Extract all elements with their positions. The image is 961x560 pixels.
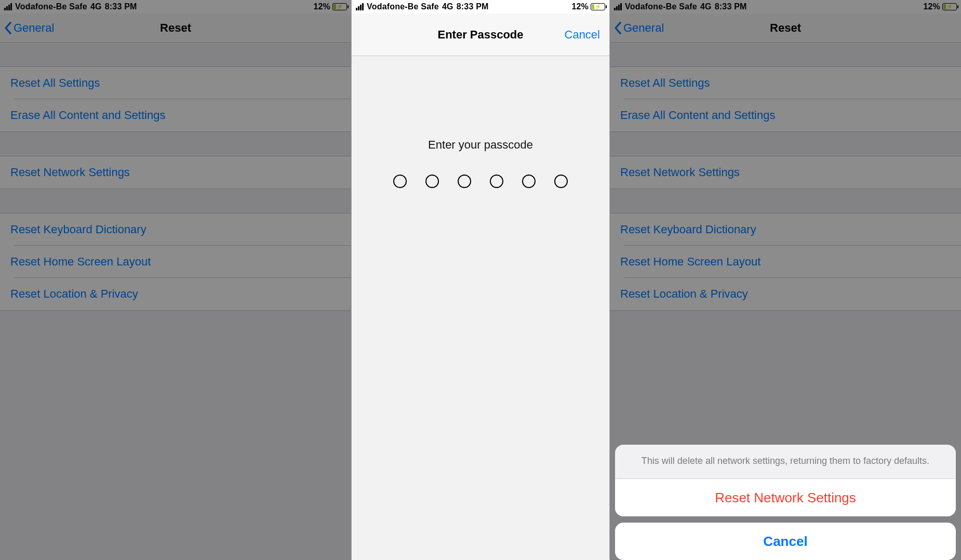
row-reset-all[interactable]: Reset All Settings bbox=[610, 67, 961, 99]
chevron-left-icon bbox=[613, 21, 622, 35]
row-erase-all[interactable]: Erase All Content and Settings bbox=[0, 99, 351, 131]
row-label: Reset Location & Privacy bbox=[10, 287, 138, 301]
row-label: Reset Keyboard Dictionary bbox=[10, 223, 146, 236]
passcode-dot bbox=[425, 175, 439, 188]
passcode-dot bbox=[522, 175, 536, 188]
passcode-dot bbox=[393, 175, 407, 188]
battery-icon: ⚡ bbox=[591, 3, 605, 10]
chevron-left-icon bbox=[3, 21, 12, 35]
status-bar: Vodafone-Be Safe 4G 8:33 PM 12% ⚡ bbox=[610, 0, 961, 14]
passcode-content: Enter your passcode bbox=[352, 56, 609, 560]
status-bar: Vodafone-Be Safe 4G 8:33 PM 12% ⚡ bbox=[352, 0, 609, 14]
row-reset-network[interactable]: Reset Network Settings bbox=[610, 156, 961, 189]
nav-header: General Reset bbox=[0, 14, 351, 43]
row-erase-all[interactable]: Erase All Content and Settings bbox=[610, 99, 961, 131]
panel-action-sheet: Vodafone-Be Safe 4G 8:33 PM 12% ⚡ Genera… bbox=[610, 0, 961, 560]
row-reset-all[interactable]: Reset All Settings bbox=[0, 67, 351, 99]
action-sheet: This will delete all network settings, r… bbox=[615, 445, 956, 560]
carrier-label: Vodafone-Be Safe bbox=[625, 2, 697, 11]
row-label: Reset All Settings bbox=[10, 76, 100, 90]
carrier-label: Vodafone-Be Safe bbox=[15, 2, 87, 11]
row-label: Reset Network Settings bbox=[620, 166, 740, 179]
signal-icon bbox=[4, 3, 12, 10]
row-reset-location[interactable]: Reset Location & Privacy bbox=[610, 278, 961, 310]
sheet-group: This will delete all network settings, r… bbox=[615, 445, 956, 516]
network-label: 4G bbox=[700, 2, 712, 11]
signal-icon bbox=[356, 3, 364, 10]
row-label: Reset Network Settings bbox=[10, 166, 130, 179]
network-label: 4G bbox=[90, 2, 102, 11]
row-label: Erase All Content and Settings bbox=[620, 109, 775, 122]
passcode-prompt: Enter your passcode bbox=[352, 138, 609, 152]
row-label: Reset Home Screen Layout bbox=[10, 255, 151, 269]
passcode-dots[interactable] bbox=[393, 175, 568, 188]
time-label: 8:33 PM bbox=[715, 2, 747, 11]
row-label: Reset All Settings bbox=[620, 76, 710, 90]
signal-icon bbox=[614, 3, 622, 10]
row-label: Erase All Content and Settings bbox=[10, 109, 165, 122]
nav-header: Enter Passcode Cancel bbox=[352, 14, 609, 56]
row-reset-network[interactable]: Reset Network Settings bbox=[0, 156, 351, 189]
sheet-confirm-button[interactable]: Reset Network Settings bbox=[615, 479, 956, 516]
sheet-message: This will delete all network settings, r… bbox=[615, 445, 956, 479]
reset-list: Reset All Settings Erase All Content and… bbox=[0, 43, 351, 560]
row-reset-home[interactable]: Reset Home Screen Layout bbox=[610, 246, 961, 278]
passcode-dot bbox=[554, 175, 568, 188]
battery-icon: ⚡ bbox=[332, 3, 347, 10]
back-button[interactable]: General bbox=[3, 14, 54, 42]
row-label: Reset Location & Privacy bbox=[620, 287, 748, 301]
panel-reset-list: Vodafone-Be Safe 4G 8:33 PM 12% ⚡ Genera… bbox=[0, 0, 351, 560]
status-bar: Vodafone-Be Safe 4G 8:33 PM 12% ⚡ bbox=[0, 0, 351, 14]
row-reset-location[interactable]: Reset Location & Privacy bbox=[0, 278, 351, 310]
page-title: Enter Passcode bbox=[437, 28, 523, 42]
battery-icon: ⚡ bbox=[942, 3, 957, 10]
row-label: Reset Home Screen Layout bbox=[620, 255, 760, 269]
row-label: Reset Keyboard Dictionary bbox=[620, 223, 756, 236]
back-button[interactable]: General bbox=[613, 14, 664, 42]
page-title: Reset bbox=[160, 21, 191, 35]
row-reset-keyboard[interactable]: Reset Keyboard Dictionary bbox=[610, 214, 961, 246]
passcode-dot bbox=[458, 175, 471, 188]
panel-passcode: Vodafone-Be Safe 4G 8:33 PM 12% ⚡ Enter … bbox=[351, 0, 610, 560]
time-label: 8:33 PM bbox=[457, 2, 489, 11]
page-title: Reset bbox=[770, 21, 801, 35]
back-label: General bbox=[623, 21, 664, 35]
row-reset-home[interactable]: Reset Home Screen Layout bbox=[0, 246, 351, 278]
back-label: General bbox=[14, 21, 54, 35]
battery-percent: 12% bbox=[923, 2, 940, 11]
battery-percent: 12% bbox=[571, 2, 589, 11]
carrier-label: Vodafone-Be Safe bbox=[367, 2, 439, 11]
nav-header: General Reset bbox=[610, 14, 961, 43]
passcode-dot bbox=[490, 175, 503, 188]
row-reset-keyboard[interactable]: Reset Keyboard Dictionary bbox=[0, 214, 351, 246]
sheet-cancel-button[interactable]: Cancel bbox=[615, 523, 956, 560]
time-label: 8:33 PM bbox=[105, 2, 137, 11]
cancel-button[interactable]: Cancel bbox=[565, 14, 600, 56]
battery-percent: 12% bbox=[313, 2, 330, 11]
network-label: 4G bbox=[442, 2, 453, 11]
